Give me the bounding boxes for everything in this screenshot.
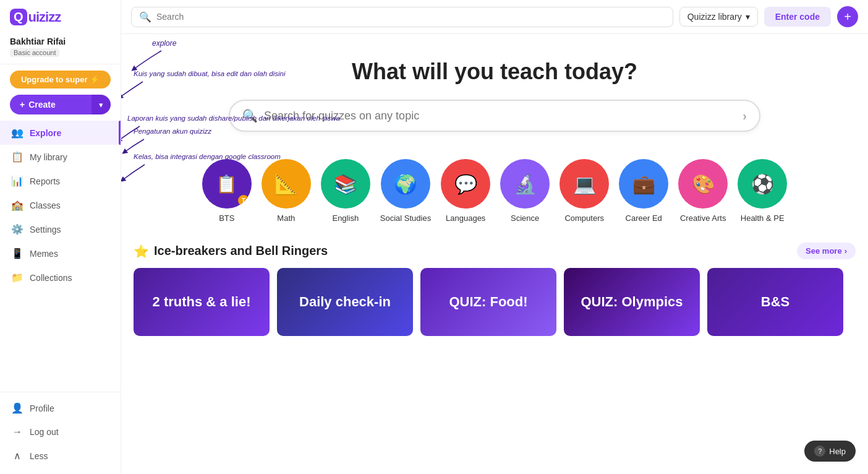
sidebar-item-profile[interactable]: 👤 Profile — [0, 396, 121, 420]
create-button-group: + Create ▾ — [10, 95, 111, 114]
topnav-search[interactable]: 🔍 — [131, 7, 673, 27]
category-bts[interactable]: 📋 T BTS — [202, 159, 252, 223]
sidebar-item-collections[interactable]: 📁 Collections — [0, 265, 121, 290]
topnav-search-input[interactable] — [156, 12, 665, 22]
computers-icon: 💻 — [573, 173, 596, 195]
create-plus-icon: + — [20, 100, 25, 110]
hero-search-arrow: › — [742, 109, 747, 123]
category-circle-english: 📚 — [321, 159, 370, 209]
search-icon: 🔍 — [139, 11, 151, 23]
category-label-health: Health & PE — [741, 213, 785, 223]
create-dropdown-button[interactable]: ▾ — [91, 95, 111, 114]
sidebar-item-settings[interactable]: ⚙️ Settings — [0, 217, 121, 241]
annotation-explore: explore — [152, 39, 176, 48]
quiz-card-bg-3: QUIZ: Food! — [420, 268, 556, 336]
category-circle-career: 💼 — [619, 159, 668, 209]
collections-icon: 📁 — [11, 272, 23, 283]
bts-icon: 📋 — [216, 174, 237, 194]
quiz-card-label-4: QUIZ: Olympics — [581, 294, 683, 310]
sidebar-item-explore[interactable]: 👥 Explore — [0, 121, 121, 145]
quiz-card-2[interactable]: Daily check-in — [277, 268, 413, 336]
category-social-studies[interactable]: 🌍 Social Studies — [380, 159, 431, 223]
category-label-career: Career Ed — [626, 213, 662, 223]
category-circle-health: ⚽ — [738, 159, 787, 209]
category-circle-science: 🔬 — [500, 159, 550, 209]
add-button[interactable]: + — [837, 6, 858, 27]
sidebar-item-label-library: My library — [30, 152, 67, 162]
quiz-card-bg-2: Daily check-in — [277, 268, 413, 336]
category-health-pe[interactable]: ⚽ Health & PE — [738, 159, 787, 223]
sidebar-item-memes[interactable]: 📱 Memes — [0, 241, 121, 265]
sidebar-item-label-settings: Settings — [30, 225, 61, 235]
category-label-math: Math — [277, 213, 295, 223]
quiz-card-label-5: B&S — [761, 294, 789, 310]
logo-area: Q uizizz — [0, 0, 121, 32]
logo-icon: Q — [10, 9, 27, 25]
category-science[interactable]: 🔬 Science — [500, 159, 550, 223]
sidebar-item-label-profile: Profile — [30, 403, 54, 413]
sidebar-item-reports[interactable]: 📊 Reports — [0, 169, 121, 193]
quiz-card-bg-5: B&S — [707, 268, 843, 336]
science-icon: 🔬 — [514, 173, 537, 195]
memes-icon: 📱 — [11, 248, 23, 259]
quiz-card-5[interactable]: B&S — [707, 268, 843, 336]
quiz-card-bg-1: 2 truths & a lie! — [134, 268, 270, 336]
help-label: Help — [829, 447, 846, 456]
category-label-arts: Creative Arts — [680, 213, 726, 223]
sidebar-item-label-classes: Classes — [30, 200, 61, 210]
upgrade-button[interactable]: Upgrade to super ⚡ — [10, 71, 111, 88]
english-icon: 📚 — [334, 173, 357, 195]
quiz-card-bg-4: QUIZ: Olympics — [564, 268, 700, 336]
create-label: Create — [28, 100, 56, 110]
star-icon: ⭐ — [134, 244, 149, 259]
arts-icon: 🎨 — [692, 173, 715, 195]
section-title-text: Ice-breakers and Bell Ringers — [154, 244, 328, 258]
section-title: ⭐ Ice-breakers and Bell Ringers — [134, 244, 328, 259]
sidebar-item-logout[interactable]: → Log out — [0, 420, 121, 444]
math-icon: 📐 — [274, 172, 299, 196]
library-icon: 📋 — [11, 151, 23, 163]
hero-search-input[interactable] — [264, 110, 736, 123]
quiz-card-1[interactable]: 2 truths & a lie! — [134, 268, 270, 336]
section-header: ⭐ Ice-breakers and Bell Ringers See more… — [134, 243, 856, 259]
category-career-ed[interactable]: 💼 Career Ed — [619, 159, 668, 223]
categories-section: 📋 T BTS 📐 Math 📚 Engli — [121, 144, 868, 233]
question-icon: ? — [814, 446, 825, 457]
hero-section: explore Kuis yang sudah dibuat, bisa edi… — [121, 34, 868, 144]
logo-text: uizizz — [28, 9, 61, 25]
quiz-card-label-1: 2 truths & a lie! — [153, 294, 251, 310]
explore-icon: 👥 — [11, 127, 23, 139]
category-label-science: Science — [511, 213, 539, 223]
hero-search-bar[interactable]: 🔍 › — [229, 100, 760, 132]
nav-items: 👥 Explore 📋 My library 📊 Reports 🏫 Class… — [0, 117, 121, 392]
user-name: Bakhtiar Rifai — [10, 37, 111, 46]
see-more-button[interactable]: See more › — [797, 243, 856, 259]
help-button[interactable]: ? Help — [804, 441, 856, 462]
sidebar-item-my-library[interactable]: 📋 My library — [0, 145, 121, 169]
enter-code-button[interactable]: Enter code — [764, 7, 831, 27]
category-label-bts: BTS — [219, 213, 234, 223]
chevron-down-icon: ▾ — [99, 100, 103, 110]
sidebar-item-less[interactable]: ∧ Less — [0, 444, 121, 468]
quiz-card-label-3: QUIZ: Food! — [449, 294, 527, 310]
category-label-english: English — [332, 213, 359, 223]
category-languages[interactable]: 💬 Languages — [441, 159, 490, 223]
quiz-card-label-2: Daily check-in — [299, 294, 391, 310]
quiz-card-3[interactable]: QUIZ: Food! — [420, 268, 556, 336]
category-english[interactable]: 📚 English — [321, 159, 370, 223]
category-circle-arts: 🎨 — [678, 159, 728, 209]
social-icon: 🌍 — [394, 173, 417, 195]
library-label: Quizizz library — [687, 12, 742, 22]
quiz-card-4[interactable]: QUIZ: Olympics — [564, 268, 700, 336]
category-computers[interactable]: 💻 Computers — [560, 159, 609, 223]
user-section: Bakhtiar Rifai Basic account — [0, 32, 121, 64]
sidebar-item-classes[interactable]: 🏫 Classes — [0, 193, 121, 217]
hero-search-icon: 🔍 — [242, 108, 258, 123]
category-circle-bts: 📋 T — [202, 159, 252, 209]
add-icon: + — [844, 10, 851, 24]
category-math[interactable]: 📐 Math — [262, 159, 311, 223]
quiz-cards-container: 2 truths & a lie! Daily check-in QUIZ: F… — [134, 268, 856, 336]
category-creative-arts[interactable]: 🎨 Creative Arts — [678, 159, 728, 223]
library-select[interactable]: Quizizz library ▾ — [679, 7, 758, 27]
create-main-button[interactable]: + Create — [10, 95, 91, 114]
